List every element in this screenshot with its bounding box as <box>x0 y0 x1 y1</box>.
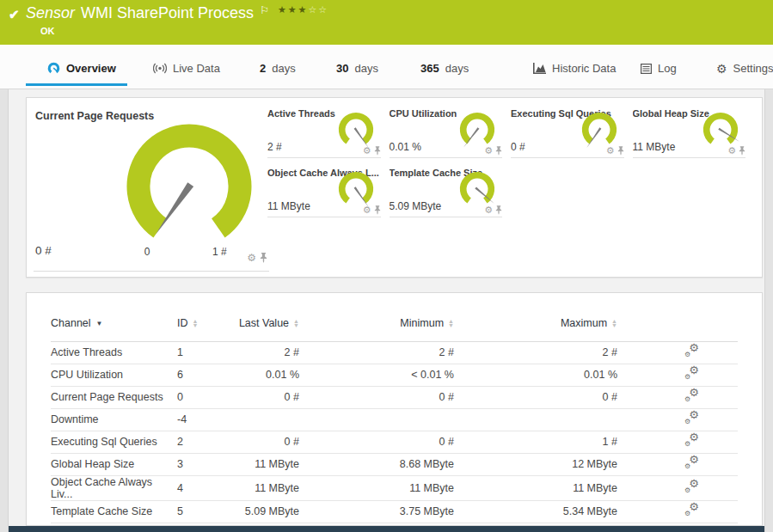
left-margin-strip <box>0 89 9 532</box>
priority-stars[interactable]: ★★★☆☆ <box>278 4 328 15</box>
channel-settings-icon[interactable]: ⚙⚙ <box>684 345 699 358</box>
cell-channel: Object Cache Always Liv... <box>51 475 177 500</box>
gauges-panel: Current Page Requests 0 1 # 0 # ⚙ Active… <box>26 97 763 278</box>
mini-gauge <box>580 110 619 150</box>
cell-last-value: 11 MByte <box>226 475 299 500</box>
mini-gauge <box>336 110 376 150</box>
gauge-settings-gear-icon[interactable]: ⚙ <box>484 205 493 215</box>
pin-icon[interactable] <box>374 146 381 156</box>
cell-minimum: < 0.01 % <box>299 364 454 386</box>
gauge-template-cache-size: Template Cache Size 5.09 MByte ⚙ <box>390 168 503 217</box>
broadcast-icon <box>153 63 167 74</box>
active-tab-indicator <box>26 83 127 86</box>
cell-minimum: 0 # <box>299 431 454 453</box>
channels-table-panel: Channel▼ ID▲▼ Last Value▲▼ Minimum▲▼ Max… <box>26 292 763 526</box>
gauge-settings-gear-icon[interactable]: ⚙ <box>363 146 371 156</box>
cell-channel: Executing Sql Queries <box>51 431 177 453</box>
channel-settings-icon[interactable]: ⚙⚙ <box>684 504 699 517</box>
gauge-value: 11 MByte <box>633 141 676 153</box>
gauge-global-heap-size: Global Heap Size 11 MByte ⚙ <box>633 108 746 158</box>
sort-icon: ▲▼ <box>448 319 454 327</box>
pin-icon[interactable] <box>617 146 624 156</box>
cell-id: 1 <box>177 341 226 364</box>
flag-icon[interactable]: ⚐ <box>260 4 269 16</box>
sort-desc-icon: ▼ <box>96 320 103 327</box>
tab-30-days-label: days <box>354 62 377 75</box>
gauge-settings-gear-icon[interactable]: ⚙ <box>727 146 736 156</box>
gauge-settings-gear-icon[interactable]: ⚙ <box>363 205 371 215</box>
prtg-sensor-page: ✔ Sensor WMI SharePoint Process ⚐ ★★★☆☆ … <box>0 0 773 532</box>
sensor-header: ✔ Sensor WMI SharePoint Process ⚐ ★★★☆☆ … <box>0 0 773 45</box>
channel-settings-icon[interactable]: ⚙⚙ <box>684 367 699 380</box>
tab-30-days[interactable]: 30 days <box>336 62 378 75</box>
pin-icon[interactable] <box>739 146 745 156</box>
gauge-settings-gear-icon[interactable]: ⚙ <box>484 146 493 156</box>
gauge-value: 0.01 % <box>390 141 421 153</box>
table-row: Executing Sql Queries 2 0 # 0 # 1 # ⚙⚙ <box>51 431 738 453</box>
cell-last-value: 0 # <box>226 431 299 453</box>
tab-historic-data[interactable]: Historic Data <box>533 62 616 75</box>
table-row: Object Cache Always Liv... 4 11 MByte 11… <box>51 475 738 500</box>
gauge-actions: ⚙ <box>484 205 502 215</box>
mini-gauge <box>336 169 376 209</box>
cell-maximum: 11 MByte <box>454 475 617 500</box>
cell-maximum: 2 # <box>454 341 617 364</box>
gauge-current-page-requests: Current Page Requests 0 1 # 0 # ⚙ <box>34 108 269 272</box>
column-header-id[interactable]: ID▲▼ <box>177 305 226 341</box>
pin-icon[interactable] <box>260 253 267 263</box>
cell-minimum <box>299 408 454 431</box>
pin-icon[interactable] <box>495 205 502 215</box>
gauge-settings-gear-icon[interactable]: ⚙ <box>606 146 615 156</box>
priority-stars-filled[interactable]: ★★★ <box>278 4 309 15</box>
footer-bar <box>9 526 764 532</box>
gauge-settings-gear-icon[interactable]: ⚙ <box>247 253 256 263</box>
cell-last-value: 5.09 MByte <box>226 500 299 523</box>
gauge-actions: ⚙ <box>363 205 381 215</box>
cell-actions: ⚙⚙ <box>617 475 738 500</box>
column-label: Maximum <box>561 317 607 329</box>
gauge-value: 0 # <box>511 141 525 153</box>
gauge-actions: ⚙ <box>484 146 502 156</box>
tab-365-days[interactable]: 365 days <box>420 62 469 75</box>
pin-icon[interactable] <box>495 146 502 156</box>
channel-settings-icon[interactable]: ⚙⚙ <box>684 434 699 447</box>
gauge-actions: ⚙ <box>727 146 745 156</box>
tab-settings[interactable]: ⚙ Settings <box>716 62 773 75</box>
tab-365-days-label: days <box>445 62 469 75</box>
cell-id: 4 <box>177 475 226 500</box>
gauge-cpu-utilization: CPU Utilization 0.01 % ⚙ <box>390 108 503 158</box>
table-row: Current Page Requests 0 0 # 0 # 0 # ⚙⚙ <box>51 386 738 408</box>
gauge-actions: ⚙ <box>363 146 381 156</box>
cell-maximum: 0.01 % <box>454 364 617 386</box>
cell-minimum: 2 # <box>299 341 454 364</box>
channel-settings-icon[interactable]: ⚙⚙ <box>684 456 699 469</box>
tab-2-days[interactable]: 2 days <box>260 62 296 75</box>
tab-30-days-number: 30 <box>336 62 348 75</box>
cell-minimum: 0 # <box>299 386 454 408</box>
gauge-actions: ⚙ <box>247 253 267 263</box>
tab-overview[interactable]: Overview <box>47 62 116 75</box>
cell-id: 0 <box>177 386 226 408</box>
column-label: Last Value <box>239 317 289 329</box>
channel-settings-icon[interactable]: ⚙⚙ <box>684 389 699 402</box>
column-header-maximum[interactable]: Maximum▲▼ <box>454 305 617 341</box>
channel-settings-icon[interactable]: ⚙⚙ <box>684 412 699 425</box>
tab-log[interactable]: Log <box>641 62 677 75</box>
column-header-last-value[interactable]: Last Value▲▼ <box>226 305 299 341</box>
table-row: Downtime -4 ⚙⚙ <box>51 408 738 431</box>
gauge-title: CPU Utilization <box>390 108 457 119</box>
area-chart-icon <box>533 63 546 74</box>
gauge-title: Global Heap Size <box>633 108 709 119</box>
pin-icon[interactable] <box>374 205 381 215</box>
cell-maximum: 12 MByte <box>454 453 617 475</box>
channel-settings-icon[interactable]: ⚙⚙ <box>684 480 699 493</box>
column-label: Channel <box>51 317 91 329</box>
tab-live-data[interactable]: Live Data <box>153 62 220 75</box>
table-row: Active Threads 1 2 # 2 # 2 # ⚙⚙ <box>51 341 738 364</box>
column-header-minimum[interactable]: Minimum▲▼ <box>299 305 454 341</box>
sort-icon: ▲▼ <box>611 319 617 327</box>
cell-maximum: 0 # <box>454 386 617 408</box>
priority-stars-empty[interactable]: ☆☆ <box>308 4 328 15</box>
column-header-channel[interactable]: Channel▼ <box>51 305 177 341</box>
column-header-actions <box>617 305 738 341</box>
